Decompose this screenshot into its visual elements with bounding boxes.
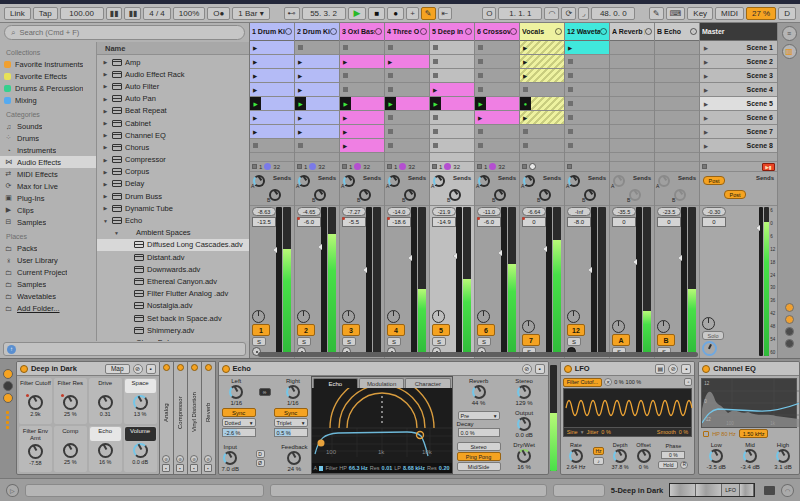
clip-stop-icon[interactable] xyxy=(343,87,348,92)
clip-slot[interactable] xyxy=(565,69,609,83)
clip-slot[interactable]: ▶ xyxy=(250,125,294,139)
clip-slot[interactable] xyxy=(340,83,384,97)
clip-slot[interactable] xyxy=(475,69,519,83)
sidebar-item-drums-percussion[interactable]: Drums & Percussion xyxy=(0,82,96,94)
send-a-post-button[interactable]: Post xyxy=(703,176,725,185)
chain-collapse-button[interactable] xyxy=(764,486,775,495)
stop-button[interactable]: ■ xyxy=(368,7,385,20)
clip-stop-icon[interactable] xyxy=(523,87,528,92)
macro-map-button[interactable]: Map xyxy=(105,364,130,374)
waveform-menu[interactable]: Sine xyxy=(567,429,578,435)
track-stop-button[interactable] xyxy=(567,164,572,169)
clip-play-icon[interactable]: ▶ xyxy=(568,45,572,51)
solo-button[interactable]: S xyxy=(387,337,401,346)
master-peak-level[interactable]: -0.30 xyxy=(702,207,726,216)
browser-file-dynamic-tube[interactable]: ▶Dynamic Tube xyxy=(97,202,249,214)
solo-button[interactable]: S xyxy=(342,337,356,346)
track-header-2-drum-ki[interactable]: 2 Drum Ki◦ xyxy=(295,23,339,41)
collapsed-device-vinyl-distortion[interactable]: Vinyl Distortion⊘▪ xyxy=(188,361,202,475)
chain-thumb-lfo[interactable]: LFO xyxy=(722,484,740,496)
macro-label[interactable]: Echo xyxy=(90,427,121,441)
macro-knob[interactable] xyxy=(63,443,78,458)
clip-slot[interactable]: ▶ xyxy=(430,83,474,97)
expand-arrow-icon[interactable]: ▶ xyxy=(102,157,109,163)
clip-play-icon[interactable]: ▶ xyxy=(523,73,527,79)
scene-launch-icon[interactable]: ▶ xyxy=(704,59,708,65)
clip-slot[interactable] xyxy=(475,139,519,153)
expand-arrow-icon[interactable]: ▶ xyxy=(102,193,109,199)
browser-file-filter-flutter-analog-adv[interactable]: Filter Flutter Analog .adv xyxy=(97,288,249,300)
clip-playing-icon[interactable]: ▶ xyxy=(295,97,306,110)
browser-file-diffused-long-cascades-adv[interactable]: Diffused Long Cascades.adv xyxy=(97,239,249,251)
clip-slot[interactable]: ▶ xyxy=(520,55,564,69)
macro-knob[interactable] xyxy=(98,443,113,458)
stop-all-clips-button[interactable] xyxy=(702,164,707,169)
hot-swap-preset-icon[interactable]: ⊘ xyxy=(522,364,532,374)
chain-thumb-3[interactable] xyxy=(740,484,754,496)
map-target-chip[interactable]: Filter Cutof... xyxy=(563,378,602,387)
send-a-knob[interactable]: A xyxy=(253,175,265,187)
browser-preview-bar[interactable]: ↑ xyxy=(3,342,246,356)
volume-fader[interactable] xyxy=(276,207,282,356)
clip-stop-icon[interactable] xyxy=(388,73,393,78)
sidebar-item-drums[interactable]: ⁘Drums xyxy=(0,132,96,144)
sidebar-item-wavetables[interactable]: 🗀Wavetables xyxy=(0,290,96,302)
reverb-value[interactable]: 44 % xyxy=(472,400,486,406)
browser-file-amp[interactable]: ▶Amp xyxy=(97,56,249,68)
expand-arrow-icon[interactable]: ▶ xyxy=(102,205,109,211)
clip-stop-icon[interactable] xyxy=(343,73,348,78)
clip-slot[interactable] xyxy=(430,139,474,153)
macro-label[interactable]: Comp xyxy=(55,427,86,441)
clip-slot[interactable] xyxy=(565,97,609,111)
loop-length-value[interactable]: 32 xyxy=(273,164,280,170)
mid-frequency-field[interactable]: 1.50 kHz xyxy=(739,429,769,438)
loop-offset-value[interactable]: 1 xyxy=(484,164,487,170)
peak-level-value[interactable]: -11.0 xyxy=(477,207,501,216)
browser-file-corpus[interactable]: ▶Corpus xyxy=(97,166,249,178)
tempo-field[interactable]: 100.00 xyxy=(60,7,104,20)
collapsed-device-compressor[interactable]: Compressor⊘▪ xyxy=(174,361,188,475)
clip-play-icon[interactable]: ▶ xyxy=(343,143,347,149)
nudge-down-icon[interactable]: ▮▮ xyxy=(106,7,123,20)
clip-slot[interactable] xyxy=(565,55,609,69)
pan-knob[interactable] xyxy=(477,310,490,323)
track-menu-icon[interactable]: ◦ xyxy=(600,28,607,35)
loop-icon[interactable]: ⟳ xyxy=(561,7,576,20)
volume-fader[interactable] xyxy=(636,207,642,356)
clip-slot[interactable]: ▶ xyxy=(295,55,339,69)
right-time-knob[interactable] xyxy=(286,385,300,399)
quantize-menu[interactable]: 1 Bar ▾ xyxy=(232,7,269,20)
peak-level-value[interactable]: -8.63 xyxy=(252,207,276,216)
channel-eq-title-bar[interactable]: Channel EQ xyxy=(699,362,799,376)
expand-arrow-icon[interactable]: ▶ xyxy=(102,120,109,126)
clip-slot[interactable]: ▶ xyxy=(565,41,609,55)
loop-offset-value[interactable]: 1 xyxy=(394,164,397,170)
clip-slot[interactable] xyxy=(610,41,654,55)
volume-field[interactable]: -6.0 xyxy=(477,217,501,227)
browser-file-delay[interactable]: ▶Delay xyxy=(97,178,249,190)
clip-stop-icon[interactable] xyxy=(568,115,573,120)
pan-knob[interactable] xyxy=(612,320,625,333)
clip-slot[interactable]: ▶ xyxy=(295,83,339,97)
expand-arrow-icon[interactable]: ▶ xyxy=(102,96,109,102)
clip-stop-icon[interactable] xyxy=(433,45,438,50)
tab-character[interactable]: Character xyxy=(405,378,450,388)
clip-stop-icon[interactable] xyxy=(433,59,438,64)
scene-launch-icon[interactable]: ▶ xyxy=(704,87,708,93)
save-preset-icon[interactable]: ▪ xyxy=(190,464,198,472)
left-time-knob[interactable] xyxy=(229,385,243,399)
cue-volume-knob[interactable] xyxy=(702,341,717,356)
track-stop-button[interactable] xyxy=(522,164,527,169)
clip-stop-icon[interactable] xyxy=(523,143,528,148)
echo-tunnel-display[interactable]: 100 1k 10k xyxy=(312,388,452,463)
send-a-knob[interactable]: A xyxy=(478,175,490,187)
hp-label[interactable]: HP 80 Hz xyxy=(712,431,735,437)
peak-level-value[interactable]: -7.27 xyxy=(342,207,366,216)
clip-slot[interactable]: ▶ xyxy=(340,125,384,139)
stereo-width-value[interactable]: 129 % xyxy=(516,400,533,406)
volume-field[interactable]: 0 xyxy=(657,217,681,227)
clip-stop-icon[interactable] xyxy=(568,101,573,106)
clip-slot[interactable] xyxy=(655,125,699,139)
clip-play-icon[interactable]: ▶ xyxy=(298,87,302,93)
quantize-amount[interactable]: 100% xyxy=(173,7,205,20)
